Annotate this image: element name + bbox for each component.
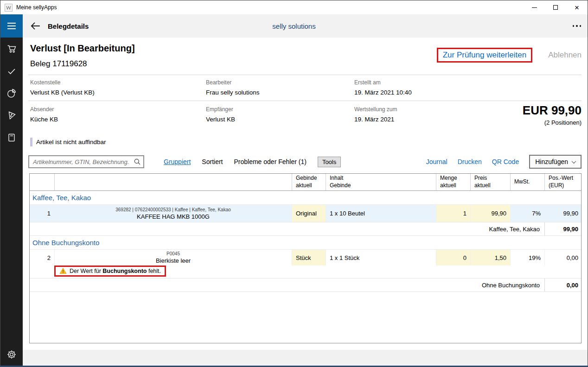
sorted-toggle[interactable]: Sortiert <box>202 158 223 165</box>
positions-table: Gebindeaktuell InhaltGebinde Mengeaktuel… <box>29 173 582 343</box>
table-row[interactable]: 2 P0045 Bierkiste leer Stück 1 x 1 Stück… <box>30 250 581 266</box>
field-label: Wertstellung zum <box>354 106 397 113</box>
cell-inhalt: 1 x 10 Beutel <box>326 205 436 222</box>
cell-gebinde[interactable]: Original <box>292 205 326 222</box>
window-title: Meine sellyApps <box>16 4 57 11</box>
maximize-button[interactable] <box>545 0 566 14</box>
field-label: Bearbeiter <box>206 79 260 86</box>
field-kostenstelle: Kostenstelle Verlust KB (Verlust KB) <box>30 79 95 96</box>
grouped-toggle[interactable]: Gruppiert <box>164 158 191 165</box>
field-bearbeiter: Bearbeiter Frau selly solutions <box>206 79 260 96</box>
hamburger-menu-button[interactable] <box>0 14 23 38</box>
cell-menge[interactable]: 0 <box>436 250 470 266</box>
app-logo-icon <box>5 4 13 12</box>
qr-code-link[interactable]: QR Code <box>492 158 519 165</box>
document-tools: Journal Drucken QR Code Hinzufügen <box>426 155 582 169</box>
annotation-box-forward: Zur Prüfung weiterleiten <box>437 48 532 63</box>
reject-link[interactable]: Ablehnen <box>548 51 582 60</box>
subtotal-value: 0,00 <box>544 278 582 291</box>
group-subtotal-kaffee: Kaffee, Tee, Kakao 99,90 <box>30 222 581 236</box>
page-title: Belegdetails <box>48 14 89 38</box>
cell-mwst: 7% <box>510 205 544 222</box>
pizza-slice-icon[interactable] <box>6 110 17 121</box>
minimize-button[interactable] <box>524 0 545 14</box>
header-gebinde-aktuell: Gebindeaktuell <box>292 174 326 190</box>
document-title: Verlust [In Bearbeitung] <box>30 43 135 54</box>
header-menge-aktuell: Mengeaktuell <box>436 174 470 190</box>
cell-preis[interactable]: 1,50 <box>470 250 510 266</box>
cart-icon[interactable] <box>6 43 17 54</box>
document-number: Beleg 17119628 <box>30 59 87 69</box>
tools-button[interactable]: Tools <box>318 157 341 167</box>
field-value: Verlust KB (Verlust KB) <box>30 89 95 96</box>
search-input[interactable] <box>28 155 144 168</box>
article-description: 369282 | 07622400002533 | Kaffee | Kaffe… <box>54 205 292 222</box>
total-amount: EUR 99,90 <box>523 104 582 117</box>
chevron-down-icon <box>572 159 576 164</box>
header-pos-wert: Pos.-Wert(EUR) <box>544 174 582 190</box>
table-header-row: Gebindeaktuell InhaltGebinde Mengeaktuel… <box>30 174 581 191</box>
divider <box>28 75 582 75</box>
search-icon <box>134 158 141 165</box>
settings-gear-icon[interactable] <box>6 349 17 360</box>
warning-triangle-icon <box>59 267 67 274</box>
document-total: EUR 99,90 (2 Positionen) <box>523 104 582 126</box>
journal-link[interactable]: Journal <box>426 158 447 165</box>
forward-for-review-link[interactable]: Zur Prüfung weiterleiten <box>443 51 526 59</box>
add-label: Hinzufügen <box>535 158 568 165</box>
close-icon: × <box>575 4 579 12</box>
main-content: Verlust [In Bearbeitung] Beleg 17119628 … <box>23 38 588 366</box>
more-options-button[interactable] <box>573 14 582 38</box>
cell-gebinde[interactable]: Stück <box>292 250 326 266</box>
window-controls: × <box>524 0 588 14</box>
cell-preis[interactable]: 99,90 <box>470 205 510 222</box>
cell-inhalt: 1 x 1 Stück <box>326 250 436 266</box>
check-icon[interactable] <box>6 65 17 76</box>
close-button[interactable]: × <box>566 0 588 14</box>
field-value: 19. März 2021 <box>354 116 397 123</box>
header-description <box>54 174 292 190</box>
article-name: KAFFEE HAG MKB 1000G <box>137 213 210 220</box>
field-value: Frau selly solutions <box>206 89 260 96</box>
annotation-box-warning: Der Wert für Buchungskonto fehlt. <box>54 266 166 277</box>
notice-text: Artikel ist nicht auffindbar <box>36 139 106 146</box>
field-value: Küche KB <box>30 116 58 123</box>
notice-article-not-found: Artikel ist nicht auffindbar <box>30 138 106 146</box>
add-dropdown-button[interactable]: Hinzufügen <box>529 155 582 169</box>
pie-chart-icon[interactable] <box>6 88 17 99</box>
header-preis-aktuell: Preisaktuell <box>470 174 510 190</box>
back-arrow-icon <box>29 20 41 32</box>
maximize-icon <box>553 5 558 10</box>
cell-pos-wert: 0,00 <box>544 250 582 266</box>
field-value: Verlust KB <box>206 116 235 123</box>
field-label: Absender <box>30 106 58 113</box>
sidebar <box>0 38 23 366</box>
field-empfaenger: Empfänger Verlust KB <box>206 106 235 123</box>
subtotal-value: 99,90 <box>544 222 582 235</box>
row-number: 1 <box>30 205 54 222</box>
back-button[interactable] <box>27 14 43 38</box>
field-wertstellung: Wertstellung zum 19. März 2021 <box>354 106 397 123</box>
app-window: Meine sellyApps × selly solutions Belegd… <box>0 0 588 367</box>
header-mwst: MwSt. <box>510 174 544 190</box>
list-filters: Gruppiert Sortiert Probleme oder Fehler … <box>164 155 341 168</box>
cell-menge[interactable]: 1 <box>436 205 470 222</box>
group-header-kaffee: Kaffee, Tee, Kakao <box>30 191 581 205</box>
bottom-bar <box>23 350 588 366</box>
header-num <box>30 174 54 190</box>
minimize-icon <box>532 7 537 8</box>
article-description: P0045 Bierkiste leer <box>54 250 292 266</box>
cell-mwst: 19% <box>510 250 544 266</box>
field-label: Empfänger <box>206 106 235 113</box>
article-meta: P0045 <box>166 251 180 256</box>
search-box <box>28 155 144 168</box>
field-label: Kostenstelle <box>30 79 95 86</box>
problems-filter[interactable]: Probleme oder Fehler (1) <box>234 158 306 165</box>
table-row[interactable]: 1 369282 | 07622400002533 | Kaffee | Kaf… <box>30 205 581 222</box>
group-subtotal-ohne-buchungskonto: Ohne Buchungskonto 0,00 <box>30 278 581 292</box>
book-icon[interactable] <box>6 132 17 143</box>
print-link[interactable]: Drucken <box>458 158 482 165</box>
group-header-ohne-buchungskonto: Ohne Buchungskonto <box>30 236 581 250</box>
field-absender: Absender Küche KB <box>30 106 58 123</box>
field-label: Erstellt am <box>354 79 412 86</box>
